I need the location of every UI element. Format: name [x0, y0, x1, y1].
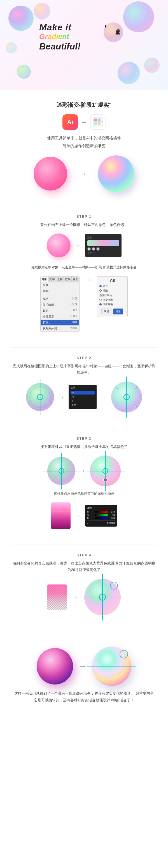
s4-pink-transparent: [47, 585, 67, 610]
ai-label: Ai: [67, 119, 73, 126]
s3-strip-line1: [51, 511, 71, 512]
step2-label: STEP 2: [11, 356, 157, 360]
sm-item-point[interactable]: 点: [71, 399, 95, 403]
svg-rect-2: [98, 119, 100, 121]
s4-tr-ring: [110, 582, 118, 590]
s4-ball-inner: [84, 579, 121, 615]
node-bl: [117, 405, 118, 407]
step2-section: STEP 2 完成以后在格栅图形的上上出现十字形网格 选中对象——自建——一套渐…: [0, 350, 168, 425]
radio-gradient-obj[interactable]: [99, 299, 101, 301]
menu-tab-effect: 效果: [64, 277, 72, 282]
stop-blue: [96, 247, 100, 251]
crosshair-outer-ring: [30, 386, 51, 407]
cpp-hex-label: #: [87, 522, 106, 524]
step2-arrow1: →: [58, 393, 65, 401]
hero-bubble-5: [17, 65, 31, 79]
step4-section: STEP 4 做到渐变变化的真实感感准，首先一些比点点颜色为背景色或透明 对于红…: [0, 548, 168, 628]
ball-showcase: →: [17, 155, 151, 192]
pink-ball: [34, 157, 67, 190]
step4-visual: →: [11, 579, 157, 615]
step1-gradient-panel: 渐变 角度: 0°: [85, 234, 122, 257]
hero-badge: 虚实: [105, 25, 120, 28]
step3-ball2: [90, 456, 121, 487]
step1-section: STEP 1 首先在画布上建一个圆形，确认它向颜色、颜色自选。 → 渐变 角度:…: [0, 209, 168, 344]
menu-item-expand[interactable]: 扩展...⌘D: [41, 320, 79, 326]
menu-item-show-all[interactable]: 全部显示⌥⌘3: [41, 314, 79, 320]
step3-balls-row: →: [11, 456, 157, 487]
sm-item-all[interactable]: 全部: [71, 404, 95, 407]
divider-1: [11, 206, 157, 206]
s3-strip-line2: [51, 520, 71, 520]
cpp-row-g: G 88: [87, 514, 115, 516]
step2-desc: 完成以后在格栅图形的上上出现十字形网格 选中对象——自建——一套渐变，逐渐解析到…: [11, 363, 157, 376]
cpp-g-val: 88: [109, 514, 115, 516]
ai-object-menu: 对象 文字 选择 效果 视图 变换 排列 编组⌘G 取消编组⇧⌘G 锁定⌘2 全…: [40, 276, 80, 332]
final-ball-mesh: [92, 647, 131, 686]
s4-ch-ring: [99, 594, 106, 600]
gradient-preview-bar: [87, 240, 119, 246]
hero-title-gradient: Gradient: [39, 32, 81, 41]
cpp-hex-val: F558B4: [107, 522, 115, 524]
step1-desc: 首先在画布上建一个圆形，确认它向颜色、颜色自选。: [11, 221, 157, 228]
panel-angle-label: 角度: 0°: [87, 252, 119, 255]
final-ball-mesh-container: [92, 647, 131, 686]
expand-option-fill: 填充: [99, 284, 125, 288]
plus-sign: +: [82, 118, 86, 126]
sm-panel-title: 选择: [71, 386, 95, 390]
stop-pink: [92, 247, 95, 251]
step4-ball: [84, 579, 121, 615]
cpp-b-val: 180: [109, 517, 115, 519]
menu-item-expand-appearance[interactable]: 从对象外观...⇧⌘D: [41, 326, 79, 332]
rainbow-ball: [98, 155, 134, 192]
divider-5: [11, 631, 157, 631]
divider-2: [11, 347, 157, 348]
radio-fill[interactable]: [99, 285, 101, 287]
radio-stroke[interactable]: [99, 289, 101, 292]
dialog-buttons: 取消 确定: [99, 309, 125, 314]
hero-bubble-3: [123, 1, 154, 32]
panel-header-label: 渐变: [87, 236, 119, 239]
cancel-button[interactable]: 取消: [101, 309, 112, 314]
step3-desc2: 选择最点用颜色色板调节节的面积和颜色: [11, 491, 157, 497]
expand-dialog-title: 扩展: [99, 279, 125, 283]
hero-title-line1: Make it: [39, 23, 81, 32]
step2-select-panel: 选择 行 列 点 全部: [69, 385, 97, 409]
footer-section: → 这样一来我们就得到了一个带有不规则颜色渐变，并且有虚实变化的图形。 最重要的…: [0, 634, 168, 715]
s3-arrow2: →: [75, 512, 81, 519]
sm-item-col[interactable]: 列: [71, 395, 95, 399]
final-ball-ring: [120, 650, 128, 658]
menu-item-transform[interactable]: 变换: [41, 282, 79, 288]
ch2-ring: [124, 394, 130, 400]
menu-item-lock[interactable]: 锁定⌘2: [41, 308, 79, 314]
menu-item-arrange[interactable]: 排列: [41, 288, 79, 294]
menu-tab-object: 对象: [41, 277, 48, 282]
label-stroke: 描边: [103, 289, 108, 292]
cpp-title: 颜色: [87, 506, 115, 509]
menu-item-group[interactable]: 编组⌘G: [41, 296, 79, 302]
menu-item-separator: [41, 294, 79, 296]
color-props-panel: 颜色 R 245 G 88 B 180 # F558B4: [85, 505, 117, 527]
menu-item-ungroup[interactable]: 取消编组⇧⌘G: [41, 302, 79, 308]
expand-gradient-label: 渐变扩展为: [99, 293, 125, 297]
expand-option-mesh: 渐变网格: [99, 303, 125, 306]
node-tr: [135, 387, 137, 389]
divider-4: [11, 545, 157, 545]
step3-section: STEP 3 接下来就可以用直接选择工具给子每个单的点填颜色了 → 选择最点用颜…: [0, 431, 168, 542]
footer-text: 这样一来我们就得到了一个带有不规则颜色渐变，并且有虚实变化的图形。 最重要的是它…: [14, 690, 154, 704]
cpp-g-bar: [95, 514, 108, 516]
intro-desc: 使用工具简单来，就是Ai中的渐变网格插件 简单的操作创造新的渐变: [17, 134, 151, 150]
step3-label: STEP 3: [11, 437, 157, 441]
menu-tab-text: 文字: [48, 277, 56, 282]
step3-desc: 接下来就可以用直接选择工具给子每个单的点填颜色了: [11, 443, 157, 450]
hero-title-line2: Beautiful!: [39, 41, 81, 52]
intro-title: 迷彩渐变-阶段1"虚实": [17, 101, 151, 109]
cpp-row-b: B 180: [87, 517, 115, 519]
radio-mesh[interactable]: [99, 303, 101, 305]
step2-ball-with-crosshair: [26, 383, 54, 411]
s3-arrow1: →: [80, 467, 86, 475]
label-gradient-obj: 渐变对象: [103, 298, 113, 302]
expand-option-gradient-obj: 渐变对象: [99, 298, 125, 302]
confirm-button[interactable]: 确定: [113, 309, 123, 314]
stop-green: [87, 247, 91, 251]
sm-item-row[interactable]: 行: [71, 391, 95, 395]
